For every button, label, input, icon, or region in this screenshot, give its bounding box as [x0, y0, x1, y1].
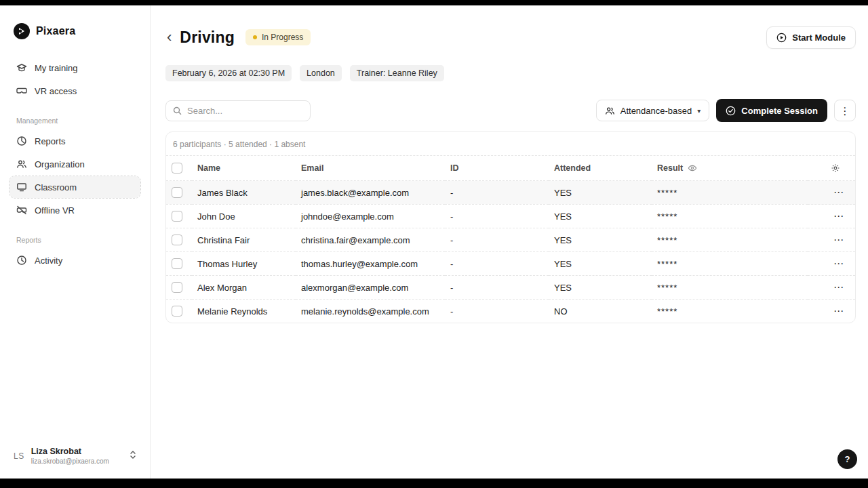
sidebar-item-label: VR access: [35, 86, 77, 96]
sidebar-item-label: Reports: [35, 136, 66, 146]
eye-icon[interactable]: [688, 163, 697, 173]
table-row[interactable]: Melanie Reynolds melanie.reynolds@exampl…: [166, 300, 855, 323]
participant-result: *****: [652, 228, 808, 252]
pixaera-logo-icon: [14, 23, 30, 39]
page-header: ‹ Driving In Progress Start Module: [165, 26, 856, 49]
column-header-attended: Attended: [549, 156, 652, 181]
chevron-updown-icon: [130, 450, 136, 462]
grading-mode-label: Attendance-based: [620, 106, 692, 116]
participant-id: -: [445, 276, 549, 300]
sidebar-item-my-training[interactable]: My training: [9, 57, 140, 79]
select-all-checkbox[interactable]: [172, 163, 182, 174]
participant-email: james.black@example.com: [296, 181, 445, 205]
participant-id: -: [445, 252, 549, 276]
check-circle-icon: [726, 106, 736, 116]
sidebar-item-label: Organization: [35, 159, 85, 169]
table-row[interactable]: Thomas Hurley thomas.hurley@example.com …: [166, 252, 855, 276]
sidebar-item-offline-vr[interactable]: Offline VR: [9, 199, 140, 221]
table-header-row: Name Email ID Attended Result: [166, 156, 855, 181]
participants-table: Name Email ID Attended Result: [166, 156, 855, 323]
vr-headset-icon: [16, 85, 27, 96]
chevron-down-icon: ▾: [697, 107, 701, 115]
session-trainer-chip: Trainer: Leanne Riley: [350, 65, 444, 81]
participant-name: Christina Fair: [192, 228, 296, 252]
table-settings-gear-icon[interactable]: [831, 163, 844, 173]
table-row[interactable]: James Black james.black@example.com - YE…: [166, 181, 855, 205]
table-row[interactable]: Alex Morgan alexmorgan@example.com - YES…: [166, 276, 855, 300]
more-options-button[interactable]: ⋮: [834, 100, 856, 121]
offline-vr-icon: [16, 205, 27, 216]
participant-name: Melanie Reynolds: [192, 300, 296, 323]
sidebar-item-organization[interactable]: Organization: [9, 153, 140, 175]
help-button[interactable]: ?: [837, 449, 857, 469]
participant-attended: YES: [549, 228, 652, 252]
start-module-button[interactable]: Start Module: [766, 26, 856, 49]
row-menu-icon[interactable]: ⋯: [833, 210, 844, 222]
toolbar: Attendance-based ▾ Complete Session ⋮: [165, 99, 856, 122]
participant-attended: YES: [549, 252, 652, 276]
sidebar-section-reports: Reports: [9, 222, 140, 249]
training-icon: [16, 62, 27, 73]
participant-result: *****: [652, 181, 808, 205]
row-checkbox[interactable]: [172, 211, 182, 222]
row-menu-icon[interactable]: ⋯: [833, 281, 844, 293]
session-datetime-chip: February 6, 2026 at 02:30 PM: [165, 65, 292, 81]
search-input[interactable]: [187, 106, 303, 116]
sidebar-item-activity[interactable]: Activity: [9, 249, 140, 271]
participant-email: johndoe@example.com: [296, 205, 445, 228]
row-menu-icon[interactable]: ⋯: [833, 186, 844, 198]
complete-session-label: Complete Session: [741, 106, 818, 116]
avatar: LS: [14, 451, 24, 461]
session-location-chip: London: [300, 65, 342, 81]
participant-attended: YES: [549, 205, 652, 228]
user-account-switcher[interactable]: LS Liza Skrobat liza.skrobat@pixaera.com: [9, 443, 140, 469]
row-checkbox[interactable]: [172, 187, 182, 198]
participant-result: *****: [652, 276, 808, 300]
participant-email: melanie.reynolds@example.com: [296, 300, 445, 323]
participant-id: -: [445, 228, 549, 252]
table-row[interactable]: Christina Fair christina.fair@example.co…: [166, 228, 855, 252]
sidebar-item-vr-access[interactable]: VR access: [9, 80, 140, 102]
classroom-icon: [16, 182, 27, 192]
session-meta: February 6, 2026 at 02:30 PM London Trai…: [165, 65, 856, 81]
search-box: [165, 100, 311, 121]
participant-name: Thomas Hurley: [192, 252, 296, 276]
app-window: Pixaera My training VR access Management…: [0, 5, 868, 479]
participant-result: *****: [652, 252, 808, 276]
page-title: Driving: [180, 28, 235, 47]
sidebar-section-management: Management: [9, 103, 140, 130]
row-menu-icon[interactable]: ⋯: [833, 305, 844, 317]
row-checkbox[interactable]: [172, 306, 182, 317]
participant-id: -: [445, 205, 549, 228]
participant-email: thomas.hurley@example.com: [296, 252, 445, 276]
row-checkbox[interactable]: [172, 282, 182, 293]
start-module-label: Start Module: [792, 33, 846, 43]
row-menu-icon[interactable]: ⋯: [833, 258, 844, 269]
participant-result: *****: [652, 205, 808, 228]
activity-icon: [16, 255, 27, 266]
row-menu-icon[interactable]: ⋯: [833, 234, 844, 245]
participant-attended: YES: [549, 181, 652, 205]
participant-email: christina.fair@example.com: [296, 228, 445, 252]
column-header-result: Result: [657, 163, 683, 173]
participant-id: -: [445, 181, 549, 205]
back-button[interactable]: ‹: [165, 30, 173, 44]
participants-card: 6 participants · 5 attended · 1 absent N…: [165, 131, 856, 323]
sidebar-item-classroom[interactable]: Classroom: [9, 176, 140, 198]
row-checkbox[interactable]: [172, 258, 182, 269]
participant-email: alexmorgan@example.com: [296, 276, 445, 300]
people-icon: [605, 106, 615, 116]
user-name: Liza Skrobat: [31, 447, 123, 456]
table-row[interactable]: John Doe johndoe@example.com - YES *****…: [166, 205, 855, 228]
brand-logo: Pixaera: [9, 20, 140, 57]
search-icon: [173, 106, 182, 115]
row-checkbox[interactable]: [172, 235, 182, 245]
sidebar-item-reports[interactable]: Reports: [9, 130, 140, 152]
grading-mode-dropdown[interactable]: Attendance-based ▾: [596, 100, 710, 121]
participant-id: -: [445, 300, 549, 323]
participant-name: John Doe: [192, 205, 296, 228]
sidebar: Pixaera My training VR access Management…: [0, 5, 151, 479]
complete-session-button[interactable]: Complete Session: [716, 99, 827, 122]
sidebar-item-label: Classroom: [35, 182, 77, 192]
sidebar-item-label: Activity: [35, 256, 62, 266]
